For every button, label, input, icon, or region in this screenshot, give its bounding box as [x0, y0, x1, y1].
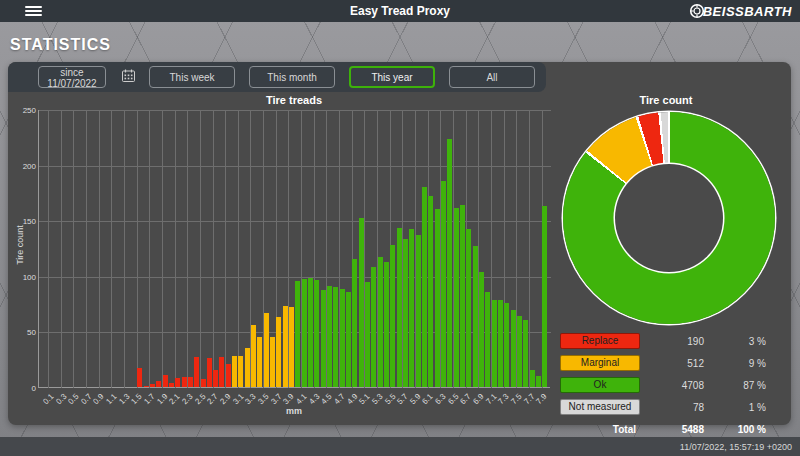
histogram-bar-6.8mm [473, 246, 478, 387]
histogram-bar-2.0mm [169, 383, 174, 387]
histogram-bar-4.2mm [308, 278, 313, 387]
legend-count: 190 [640, 336, 708, 347]
histogram-bar-7.1mm [492, 300, 497, 387]
histogram-bar-6.0mm [422, 187, 427, 387]
filter-bar: since 11/07/2022 This week This month Th… [8, 62, 546, 92]
histogram-bar-5.4mm [384, 262, 389, 387]
v-gridline [187, 110, 188, 388]
legend-row-marginal: Marginal5129 % [560, 354, 775, 372]
histogram-bar-5.3mm [378, 257, 383, 387]
legend-table: Replace1903 %Marginal5129 %Ok470887 %Not… [560, 332, 775, 442]
y-tick-label: 200 [6, 162, 36, 171]
h-gridline [39, 166, 551, 167]
histogram-bar-5.5mm [390, 245, 395, 387]
y-tick-label: 100 [6, 273, 36, 282]
histogram-bar-6.3mm [441, 181, 446, 387]
brand-logo: BEISSBARTH [688, 0, 792, 22]
legend-total-label: Total [560, 424, 640, 435]
histogram-bar-7.4mm [511, 310, 516, 387]
y-tick-label: 50 [6, 328, 36, 337]
v-gridline [137, 110, 138, 388]
histogram-bar-3.4mm [257, 337, 262, 387]
calendar-icon[interactable] [122, 69, 135, 85]
histogram-bar-1.6mm [144, 386, 149, 387]
histogram-bar-4.4mm [321, 290, 326, 387]
bar-chart-title: Tire treads [38, 94, 550, 106]
v-gridline [225, 110, 226, 388]
legend-chip-ok[interactable]: Ok [560, 377, 640, 393]
histogram-bar-4.9mm [352, 259, 357, 387]
histogram-bar-2.1mm [175, 378, 180, 387]
v-gridline [200, 110, 201, 388]
donut-chart [563, 112, 775, 324]
histogram-bar-6.6mm [460, 205, 465, 387]
histogram-bar-4.0mm [295, 281, 300, 387]
legend-percent: 87 % [708, 380, 770, 391]
histogram-bar-7.8mm [536, 376, 541, 387]
histogram-bar-1.8mm [156, 381, 161, 387]
histogram-bar-3.1mm [238, 356, 243, 387]
histogram-bar-4.5mm [327, 286, 332, 387]
legend-percent: 1 % [708, 402, 770, 413]
histogram-bar-7.2mm [498, 300, 503, 387]
v-gridline [162, 110, 163, 388]
legend-total-count: 5488 [640, 424, 708, 435]
v-gridline [213, 110, 214, 388]
legend-chip-not_measured[interactable]: Not measured [560, 399, 640, 415]
legend-percent: 3 % [708, 336, 770, 347]
histogram-bar-2.9mm [226, 364, 231, 387]
histogram-bar-6.7mm [466, 229, 471, 387]
histogram-bar-7.0mm [485, 292, 490, 387]
bar-chart-x-axis-label: mm [38, 406, 550, 416]
v-gridline [238, 110, 239, 388]
page-title: STATISTICS [10, 36, 111, 54]
bar-chart-y-axis-label: Tire count [15, 175, 25, 315]
v-gridline [175, 110, 176, 388]
legend-chip-marginal[interactable]: Marginal [560, 355, 640, 371]
histogram-bar-7.7mm [530, 370, 535, 387]
histogram-bar-2.2mm [182, 377, 187, 387]
legend-count: 512 [640, 358, 708, 369]
since-date-button[interactable]: since 11/07/2022 [38, 66, 106, 88]
histogram-bar-5.2mm [371, 267, 376, 387]
h-gridline [39, 221, 551, 222]
filter-this-month[interactable]: This month [249, 66, 335, 88]
histogram-bar-2.3mm [188, 377, 193, 387]
histogram-bar-4.6mm [333, 287, 338, 387]
histogram-bar-3.2mm [245, 348, 250, 387]
filter-this-year[interactable]: This year [349, 66, 435, 88]
bar-plot: 050100150200250 [38, 110, 550, 388]
histogram-bar-2.7mm [213, 370, 218, 387]
legend-row-not_measured: Not measured781 % [560, 398, 775, 416]
legend-count: 78 [640, 402, 708, 413]
legend-total-percent: 100 % [708, 424, 770, 435]
histogram-bar-1.5mm [137, 368, 142, 387]
v-gridline [48, 110, 49, 388]
histogram-bar-7.6mm [523, 320, 528, 387]
donut-chart-title: Tire count [560, 94, 772, 106]
histogram-bar-3.0mm [232, 356, 237, 387]
footer-timestamp: 11/07/2022, 15:57:19 +0200 [680, 442, 792, 452]
footer-bar: 11/07/2022, 15:57:19 +0200 [0, 437, 800, 456]
y-tick-label: 150 [6, 217, 36, 226]
histogram-bar-3.5mm [264, 313, 269, 388]
histogram-bar-4.1mm [302, 279, 307, 387]
histogram-bar-5.7mm [403, 239, 408, 387]
legend-chip-replace[interactable]: Replace [560, 333, 640, 349]
histogram-bar-1.9mm [163, 375, 168, 387]
top-bar: Easy Tread Proxy BEISSBARTH [0, 0, 800, 22]
statistics-panel: since 11/07/2022 This week This month Th… [8, 62, 791, 425]
v-gridline [99, 110, 100, 388]
v-gridline [86, 110, 87, 388]
histogram-bar-3.8mm [283, 306, 288, 387]
v-gridline [529, 110, 530, 388]
histogram-bar-3.6mm [270, 337, 275, 387]
h-gridline [39, 110, 551, 111]
legend-row-replace: Replace1903 % [560, 332, 775, 350]
legend-count: 4708 [640, 380, 708, 391]
histogram-bar-7.9mm [542, 206, 547, 387]
filter-all[interactable]: All [449, 66, 535, 88]
filter-this-week[interactable]: This week [149, 66, 235, 88]
legend-percent: 9 % [708, 358, 770, 369]
histogram-bar-7.5mm [517, 316, 522, 387]
